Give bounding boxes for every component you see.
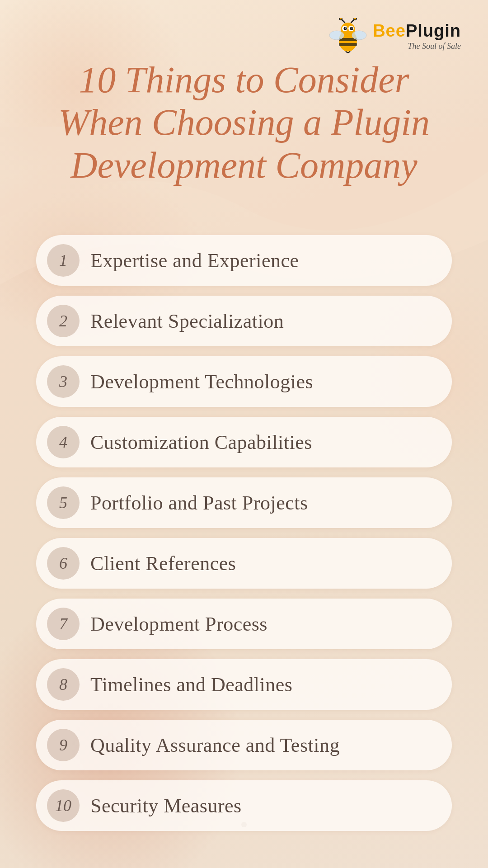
- list-item: 7Development Process: [36, 599, 452, 649]
- list-item: 5Portfolio and Past Projects: [36, 477, 452, 528]
- list-item: 8Timelines and Deadlines: [36, 659, 452, 710]
- title-line3: Development Company: [70, 145, 417, 186]
- item-number-circle: 4: [47, 426, 80, 458]
- list-item: 1Expertise and Experience: [36, 235, 452, 286]
- bee-icon: [328, 18, 368, 54]
- logo-brand: BeePlugin: [373, 21, 461, 41]
- item-label: Quality Assurance and Testing: [90, 734, 340, 757]
- svg-rect-2: [339, 43, 357, 46]
- item-number-circle: 5: [47, 486, 80, 519]
- item-number-circle: 9: [47, 729, 80, 761]
- item-label: Client References: [90, 552, 236, 575]
- title-line1: 10 Things to Consider: [79, 59, 409, 100]
- item-number-circle: 3: [47, 365, 80, 398]
- list-item: 6Client References: [36, 538, 452, 589]
- logo-plugin-text: Plugin: [406, 21, 461, 40]
- logo-bee-text: Bee: [373, 21, 406, 40]
- list-item: 3Development Technologies: [36, 356, 452, 407]
- item-number-circle: 2: [47, 305, 80, 337]
- main-title: 10 Things to Consider When Choosing a Pl…: [27, 59, 461, 187]
- item-number-circle: 1: [47, 244, 80, 277]
- item-label: Security Measures: [90, 794, 242, 817]
- item-label: Relevant Specialization: [90, 310, 284, 333]
- item-label: Timelines and Deadlines: [90, 673, 292, 696]
- svg-point-8: [345, 28, 346, 28]
- logo-text-container: BeePlugin The Soul of Sale: [373, 21, 461, 51]
- logo-area: BeePlugin The Soul of Sale: [328, 18, 461, 54]
- item-number-circle: 10: [47, 789, 80, 822]
- logo-tagline: The Soul of Sale: [373, 42, 461, 51]
- item-label: Portfolio and Past Projects: [90, 491, 308, 514]
- svg-point-14: [329, 31, 344, 40]
- list-item: 2Relevant Specialization: [36, 296, 452, 346]
- item-number-circle: 6: [47, 547, 80, 580]
- page-content: BeePlugin The Soul of Sale 10 Things to …: [0, 0, 488, 868]
- list-area: 1Expertise and Experience2Relevant Speci…: [36, 235, 452, 831]
- list-item: 9Quality Assurance and Testing: [36, 720, 452, 770]
- svg-point-9: [352, 28, 352, 28]
- item-label: Expertise and Experience: [90, 249, 299, 272]
- item-label: Development Process: [90, 613, 267, 636]
- list-item: 4Customization Capabilities: [36, 417, 452, 467]
- item-number-circle: 7: [47, 608, 80, 640]
- svg-point-7: [350, 27, 353, 30]
- svg-point-15: [352, 31, 366, 40]
- title-line2: When Choosing a Plugin: [58, 102, 430, 143]
- svg-point-11: [339, 18, 342, 20]
- item-number-circle: 8: [47, 668, 80, 701]
- item-label: Customization Capabilities: [90, 431, 312, 454]
- svg-point-6: [344, 27, 347, 30]
- item-label: Development Technologies: [90, 370, 313, 393]
- list-item: 10Security Measures: [36, 780, 452, 831]
- svg-point-13: [354, 18, 357, 20]
